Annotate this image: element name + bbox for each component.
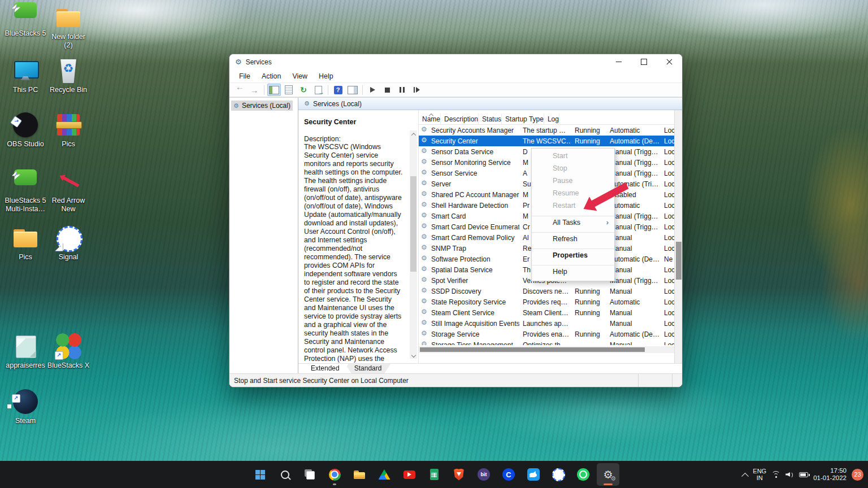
list-vertical-scrollbar[interactable] [674,110,682,363]
Storage Service[interactable]: ⚙ Storage Service Provides ena… Running … [419,329,674,339]
menu-view[interactable]: View [287,71,313,81]
State Repository Service[interactable]: ⚙ State Repository Service Provides req…… [419,297,674,307]
maximize-button[interactable] [631,54,657,69]
wifi-icon[interactable] [771,471,780,478]
toolbar [229,82,682,97]
google-sheets-button[interactable] [423,463,445,486]
desktop-icon-obs-studio[interactable]: OBS Studio [3,111,47,149]
show-console-tree-button[interactable] [267,84,281,96]
forward-button[interactable] [248,84,261,96]
pause-service-button[interactable] [395,84,409,96]
desktop-icon-pics-archive[interactable]: Pics [46,111,90,149]
start-button[interactable] [249,463,271,486]
column-header[interactable]: Startup Type [502,114,544,124]
coinbase-button[interactable]: C [497,463,520,486]
coinbase-icon: C [502,468,515,481]
start-service-button[interactable] [366,84,379,96]
bluestacks-x-icon [54,332,83,360]
desktop-icon-bluestacks-x[interactable]: BlueStacks X [46,332,90,370]
brave-button[interactable] [448,463,470,486]
horizontal-scrollbar[interactable] [419,346,674,353]
scrollbar-thumb[interactable] [420,347,645,352]
help-button[interactable] [331,84,345,96]
desktop-icon-label: appraiserres [6,361,45,370]
action-pane-button[interactable] [346,84,359,96]
desktop-icon-recycle-bin[interactable]: Recycle Bin [46,56,90,94]
scroll-up-icon[interactable] [410,130,417,138]
menu-item-refresh[interactable]: Refresh [532,232,614,245]
desktop-icon-signal[interactable]: Signal [46,224,90,262]
Security Center[interactable]: ⚙ Security Center The WSCSVC… Running Au… [419,136,674,146]
clock[interactable]: 17:50 01-01-2022 [813,467,847,482]
menu-file[interactable]: File [234,71,255,81]
desktop-icon-label: BlueStacks 5 [5,29,46,38]
column-header[interactable]: Log [544,114,559,124]
battery-icon[interactable] [799,472,808,477]
folder-icon [54,3,83,32]
menu-action[interactable]: Action [257,71,286,81]
menu-item-help[interactable]: Help [532,265,614,277]
restart-service-button[interactable] [410,84,423,96]
tray-chevron-up-icon[interactable] [741,472,749,480]
close-button[interactable] [657,54,682,69]
volume-icon[interactable] [785,471,794,478]
Steam Client Service[interactable]: ⚙ Steam Client Service Steam Client… Run… [419,307,674,318]
menu-help[interactable]: Help [314,71,338,81]
Still Image Acquisition Events[interactable]: ⚙ Still Image Acquisition Events Launche… [419,318,674,329]
desktop-icon-this-pc[interactable]: This PC [3,56,47,94]
toolbar-separator [326,84,330,96]
toolbar-separator [361,84,364,96]
desktop-icon-pics-folder[interactable]: Pics [3,224,47,262]
description-scrollbar[interactable] [410,130,417,359]
scrollbar-thumb[interactable] [410,176,416,272]
column-header[interactable]: Name [419,114,441,124]
red-arrow-image-icon [54,167,83,195]
service-description-panel: Security Center Description: The WSCSVC … [298,110,418,363]
chrome-button[interactable] [323,463,346,486]
desktop-icon-appraiserres[interactable]: appraiserres [3,332,47,370]
back-button[interactable] [233,84,246,96]
signal-button[interactable] [547,463,570,486]
export-list-button[interactable] [311,84,325,96]
services-button[interactable] [597,463,619,486]
tree-item-services-local[interactable]: ⚙ Services (Local) [231,101,293,111]
minimize-button[interactable] [606,54,631,69]
SSDP Discovery[interactable]: ⚙ SSDP Discovery Discovers ne… Running M… [419,286,674,297]
Security Accounts Manager[interactable]: ⚙ Security Accounts Manager The startup … [419,125,674,136]
desktop-icon-steam[interactable]: Steam [3,387,47,425]
desktop-icon-new-folder-2[interactable]: New folder (2) [46,3,90,50]
menu-item-stop[interactable]: Stop [532,162,614,175]
service-gear-icon: ⚙ [421,297,427,305]
status-pane [638,374,672,387]
whatsapp-button[interactable] [572,463,594,486]
window-titlebar[interactable]: ⚙ Services [229,54,682,69]
tab-standard[interactable]: Standard [345,364,391,373]
properties-button[interactable] [282,84,296,96]
language-indicator[interactable]: ENG IN [753,468,766,481]
Storage Tiers Management[interactable]: ⚙ Storage Tiers Management Optimizes th…… [419,339,674,345]
taskbar-icons: bit C [249,463,619,486]
pane-header: ⚙ Services (Local) [298,98,682,110]
file-explorer-button[interactable] [348,463,371,486]
task-view-button[interactable] [298,463,321,486]
desktop-icon-bluestacks-5[interactable]: BlueStacks 5 [3,0,47,38]
desktop-icon-bluestacks5-multi[interactable]: BlueStacks 5 Multi-Insta… [3,167,47,213]
menu-item-all-tasks[interactable]: All Tasks › [532,216,614,228]
service-gear-icon: ⚙ [421,158,427,165]
tab-extended[interactable]: Extended [302,364,349,373]
search-button[interactable] [274,463,296,486]
notification-badge[interactable]: 23 [852,469,863,481]
scrollbar-thumb[interactable] [676,242,682,280]
youtube-button[interactable] [398,463,420,486]
scroll-down-icon[interactable] [410,351,417,359]
column-header[interactable]: Description [441,114,479,124]
refresh-button[interactable] [297,84,310,96]
menu-item-properties[interactable]: Properties [532,249,614,261]
twitter-button[interactable] [522,463,545,486]
bitwarden-button[interactable]: bit [472,463,495,486]
menu-item-start[interactable]: Start [532,150,614,162]
google-drive-button[interactable] [373,463,396,486]
column-header[interactable]: Status [479,114,502,124]
stop-service-button[interactable] [380,84,394,96]
desktop-icon-red-arrow-new[interactable]: Red Arrow New [46,167,90,213]
